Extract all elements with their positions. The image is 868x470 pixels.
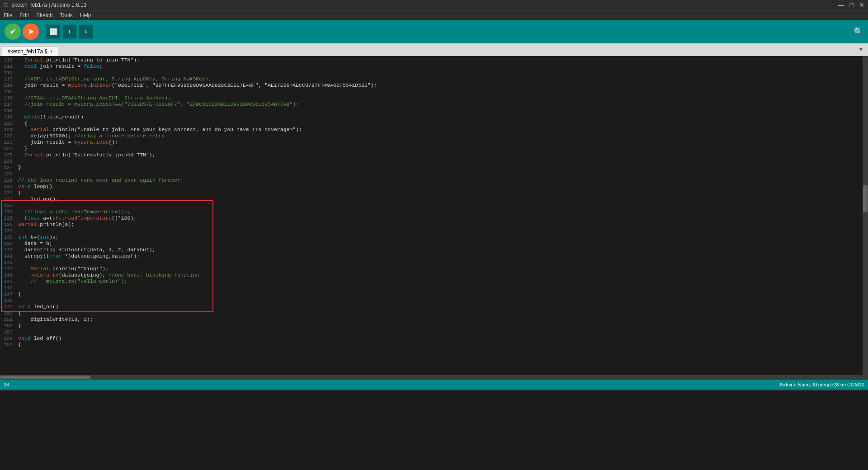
vertical-scrollbar[interactable]: [863, 56, 868, 380]
search-icon[interactable]: 🔍: [854, 27, 863, 37]
code-editor: 110 Serial.println("Trying to join TTN")…: [0, 56, 868, 380]
table-row: 134 //float a=(dht.readTemperature());: [0, 209, 868, 215]
tabbar: sketch_feb17a § ▾ ▼: [0, 43, 868, 56]
line-content: void led_off(): [16, 335, 868, 342]
line-content: }: [16, 146, 868, 152]
table-row: 153: [0, 329, 868, 335]
table-row: 127}: [0, 164, 868, 171]
line-content: {: [16, 120, 868, 127]
line-number: 112: [0, 70, 16, 76]
line-number: 146: [0, 285, 16, 291]
table-row: 130void loop(): [0, 183, 868, 190]
line-content: digitalWrite(13, 1);: [16, 316, 868, 323]
line-number: 154: [0, 335, 16, 342]
table-row: 129// the loop routine runs over and ove…: [0, 177, 868, 183]
verify-button[interactable]: ✔: [5, 24, 21, 40]
window-title: sketch_feb17a | Arduino 1.6.13: [12, 2, 86, 8]
table-row: 152}: [0, 323, 868, 329]
table-row: 140 datastring +=dtostrf(data, 4, 2, dat…: [0, 247, 868, 253]
line-number: 115: [0, 89, 16, 95]
table-row: 110 Serial.println("Trying to join TTN")…: [0, 57, 868, 63]
line-content: // the loop routine runs over and over a…: [16, 177, 868, 183]
new-button[interactable]: ⬜: [46, 24, 61, 39]
menu-tools[interactable]: Tools: [60, 12, 73, 19]
menubar: File Edit Sketch Tools Help: [0, 10, 868, 20]
line-content: strcpy((char *)dataoutgoing,databuf);: [16, 253, 868, 259]
line-content: void loop(): [16, 183, 868, 190]
code-lines: 110 Serial.println("Trying to join TTN")…: [0, 56, 868, 380]
table-row: 141 strcpy((char *)dataoutgoing,databuf)…: [0, 253, 868, 259]
line-content: myLora.tx(dataoutgoing); //one byte, blo…: [16, 272, 868, 278]
table-row: 115: [0, 89, 868, 95]
line-content: Serial.println(a);: [16, 221, 868, 228]
collapse-arrow[interactable]: ▼: [856, 46, 866, 54]
line-content: led_on();: [16, 196, 868, 202]
line-number: 130: [0, 183, 16, 190]
line-content: join_result = myLora.initABP("02017201",…: [16, 82, 868, 89]
open-button[interactable]: ⬆: [62, 24, 77, 39]
hscroll-thumb[interactable]: [0, 376, 90, 379]
table-row: 143 Serial.println("TXing!");: [0, 266, 868, 272]
line-number: 117: [0, 101, 16, 108]
line-number: 142: [0, 259, 16, 266]
upload-button[interactable]: ➤: [23, 24, 39, 40]
statusbar: 28 Arduino Nano, ATmega328 on COM10: [0, 380, 868, 390]
table-row: 145 // myLora.tx("Hello World!");: [0, 278, 868, 285]
line-content: Serial.println("Successfully joined TTN"…: [16, 152, 868, 158]
line-content: //float a=(dht.readTemperature());: [16, 209, 868, 215]
menu-file[interactable]: File: [4, 12, 12, 19]
table-row: 154void led_off(): [0, 335, 868, 342]
table-row: 148: [0, 297, 868, 304]
line-number: 116: [0, 95, 16, 101]
line-content: {: [16, 310, 868, 316]
scrollbar-thumb[interactable]: [863, 185, 868, 212]
menu-sketch[interactable]: Sketch: [36, 12, 53, 19]
line-content: data = b;: [16, 240, 868, 247]
line-content: // myLora.tx("Hello World!");: [16, 278, 868, 285]
table-row: 124 }: [0, 146, 868, 152]
line-content: join_result = myLora.init();: [16, 139, 868, 146]
line-number: 136: [0, 221, 16, 228]
table-row: 111 bool join_result = false;: [0, 63, 868, 70]
table-row: 144 myLora.tx(dataoutgoing); //one byte,…: [0, 272, 868, 278]
table-row: 136Serial.println(a);: [0, 221, 868, 228]
line-content: }: [16, 164, 868, 171]
close-icon[interactable]: ✕: [859, 1, 864, 9]
line-number: 126: [0, 158, 16, 164]
menu-help[interactable]: Help: [80, 12, 91, 19]
save-button[interactable]: ⬇: [79, 24, 93, 39]
line-number: 111: [0, 63, 16, 70]
line-content: {: [16, 190, 868, 196]
line-number: 133: [0, 202, 16, 209]
table-row: 114 join_result = myLora.initABP("020172…: [0, 82, 868, 89]
table-row: 138int b=(int)a;: [0, 234, 868, 240]
menu-edit[interactable]: Edit: [19, 12, 29, 19]
table-row: 128: [0, 171, 868, 177]
minimize-icon[interactable]: ―: [838, 1, 844, 9]
table-row: 118: [0, 108, 868, 114]
line-number: 148: [0, 297, 16, 304]
table-row: 147}: [0, 291, 868, 297]
table-row: 117 //join_result = myLora.initOTAA("70B…: [0, 101, 868, 108]
table-row: 151 digitalWrite(13, 1);: [0, 316, 868, 323]
line-content: }: [16, 323, 868, 329]
titlebar-controls: ― □ ✕: [838, 1, 864, 9]
table-row: 132 led_on();: [0, 196, 868, 202]
line-content: {: [16, 342, 868, 348]
line-number: 124: [0, 146, 16, 152]
table-row: 121 Serial.println("Unable to join. Are …: [0, 127, 868, 133]
line-number: 141: [0, 253, 16, 259]
table-row: 116 //OTAA: initOTAA(String AppEUI, Stri…: [0, 95, 868, 101]
hscrollbar[interactable]: [0, 375, 863, 380]
line-number: 135: [0, 215, 16, 221]
table-row: 119 while(!join_result): [0, 114, 868, 120]
line-content: int b=(int)a;: [16, 234, 868, 240]
tab-close-icon[interactable]: ▾: [50, 49, 52, 54]
line-number: 110: [0, 57, 16, 63]
tab-sketch[interactable]: sketch_feb17a § ▾: [2, 46, 58, 56]
line-number: 131: [0, 190, 16, 196]
line-content: //join_result = myLora.initOTAA("70B3D57…: [16, 101, 868, 108]
restore-icon[interactable]: □: [850, 1, 854, 9]
line-number: 122: [0, 133, 16, 139]
line-content: delay(60000); //delay a minute before re…: [16, 133, 868, 139]
